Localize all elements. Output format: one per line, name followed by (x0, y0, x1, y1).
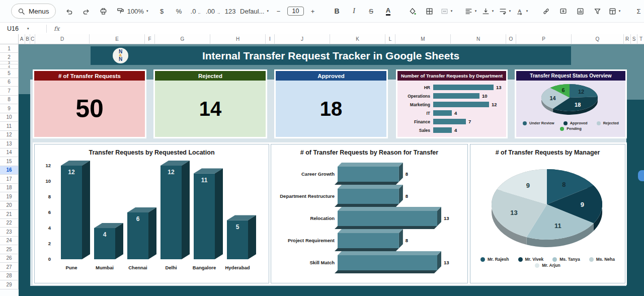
row-header-25[interactable]: 25 (0, 245, 19, 254)
font-size-input[interactable]: 10 (288, 4, 303, 18)
insert-comment-button[interactable] (556, 4, 571, 18)
row-header-12[interactable]: 12 (0, 131, 19, 140)
row-header-4[interactable]: 4 (0, 64, 19, 69)
legend-label: Mr. Vivek (525, 257, 544, 262)
column-header-C[interactable]: C (30, 34, 35, 44)
menus-button[interactable]: Menus (11, 4, 56, 19)
row-header-6[interactable]: 6 (0, 78, 19, 87)
column-header-G[interactable]: G (155, 34, 210, 44)
table-button[interactable]: ▾ (607, 4, 622, 18)
row-header-8[interactable]: 8 (0, 96, 19, 105)
row-header-1[interactable]: 1 (0, 44, 19, 53)
redo-button[interactable] (79, 4, 94, 18)
row-header-29[interactable]: 29 (0, 280, 19, 289)
row-header-7[interactable]: 7 (0, 87, 19, 96)
column-header-I[interactable]: I (266, 34, 275, 44)
chart-card-manager[interactable]: # of Transfer Requests by Manager8911139… (470, 144, 625, 283)
functions-button[interactable]: Σ (631, 4, 644, 18)
kpi-card-1[interactable]: # of Transfer Requests50 (34, 71, 145, 137)
chart-card-status[interactable]: Transfer Request Status Overview1218146U… (516, 71, 625, 137)
row-header-5[interactable]: 5 (0, 69, 19, 78)
column-header-Q[interactable]: Q (572, 34, 624, 44)
column-header-T[interactable]: T (637, 34, 644, 44)
legend-item: Mr. Arjun (535, 263, 560, 268)
decrease-decimals-button[interactable]: .0← (189, 4, 204, 18)
insert-chart-button[interactable] (573, 4, 588, 18)
sheet-canvas[interactable]: N & N Internal Transfer Request Tracker … (19, 44, 644, 296)
column-header-E[interactable]: E (90, 34, 145, 44)
chart-card-reason[interactable]: # of Transfer Requests by Reason for Tra… (271, 144, 468, 283)
row-header-10[interactable]: 10 (0, 113, 19, 122)
chart-card-department[interactable]: Number of Transfer Requests by Departmen… (397, 71, 506, 137)
column-header-L[interactable]: L (385, 34, 395, 44)
column-header-S[interactable]: S (631, 34, 637, 44)
column-header-F[interactable]: F (145, 34, 155, 44)
row-header-26[interactable]: 26 (0, 254, 19, 263)
row-header-20[interactable]: 20 (0, 201, 19, 210)
borders-button[interactable] (422, 4, 437, 18)
column-header-N[interactable]: N (451, 34, 506, 44)
row-header-23[interactable]: 23 (0, 228, 19, 237)
column-header-M[interactable]: M (395, 34, 451, 44)
vertical-align-button[interactable]: ▾ (480, 4, 496, 18)
cell-reference: U16 (7, 25, 19, 32)
chart-card-location[interactable]: Transfer Requests by Requested Location0… (34, 144, 269, 283)
row-header-28[interactable]: 28 (0, 272, 19, 281)
increase-font-size-button[interactable]: + (305, 4, 320, 18)
column-header-D[interactable]: D (35, 34, 90, 44)
side-panel-collapse-tab[interactable] (638, 170, 644, 181)
column-header-A[interactable]: A (19, 34, 25, 44)
column-header-O[interactable]: O (506, 34, 516, 44)
italic-button[interactable]: I (347, 4, 362, 18)
column-header-P[interactable]: P (516, 34, 572, 44)
print-button[interactable] (96, 4, 111, 18)
kpi-card-2[interactable]: Rejected14 (155, 71, 266, 137)
row-header-13[interactable]: 13 (0, 139, 19, 149)
grid-corner[interactable] (0, 34, 19, 44)
row-header-27[interactable]: 27 (0, 263, 19, 272)
horizontal-align-button[interactable]: ▾ (463, 4, 478, 18)
row-header-14[interactable]: 14 (0, 149, 19, 158)
text-color-button[interactable]: A (381, 4, 396, 18)
text-rotation-button[interactable]: A▾ (515, 4, 530, 18)
row-header-19[interactable]: 19 (0, 192, 19, 201)
row-header-18[interactable]: 18 (0, 184, 19, 193)
create-filter-button[interactable] (590, 4, 605, 18)
column-header-K[interactable]: K (330, 34, 385, 44)
decrease-font-size-button[interactable]: − (271, 4, 286, 18)
paint-format-button[interactable] (113, 4, 128, 18)
name-box[interactable]: U16 ▾ (0, 25, 43, 32)
percent-format-button[interactable]: % (172, 4, 187, 18)
zoom-select[interactable]: 100%▾ (130, 4, 145, 18)
strikethrough-button[interactable]: S (364, 4, 379, 18)
row-header-2[interactable]: 2 (0, 53, 19, 61)
text-wrap-button[interactable]: ▾ (498, 4, 513, 18)
row-header-21[interactable]: 21 (0, 210, 19, 219)
row-header-17[interactable]: 17 (0, 175, 19, 184)
merge-cells-button[interactable]: ▾ (439, 4, 454, 18)
more-formats-button[interactable]: 123 (223, 4, 238, 18)
row-header-16[interactable]: 16 (0, 166, 19, 175)
column-header-R[interactable]: R (624, 34, 631, 44)
arrow-icon: ← (197, 11, 201, 15)
font-select[interactable]: Defaul...▾ (247, 4, 262, 18)
kpi-card-3[interactable]: Approved18 (276, 71, 386, 137)
column-header-J[interactable]: J (275, 34, 330, 44)
column-header-B[interactable]: B (25, 34, 30, 44)
undo-button[interactable] (62, 4, 77, 18)
currency-format-button[interactable]: $ (154, 4, 170, 18)
svg-text:Relocation: Relocation (310, 215, 335, 221)
column-header-H[interactable]: H (210, 34, 266, 44)
row-header-11[interactable]: 11 (0, 122, 19, 131)
formula-input[interactable] (59, 23, 644, 35)
row-header-9[interactable]: 9 (0, 104, 19, 113)
row-header-24[interactable]: 24 (0, 237, 19, 246)
insert-link-button[interactable] (539, 4, 554, 18)
row-header-22[interactable]: 22 (0, 219, 19, 228)
bold-button[interactable]: B (330, 4, 345, 18)
fill-color-button[interactable] (405, 4, 420, 18)
svg-text:13: 13 (444, 260, 449, 265)
row-header-15[interactable]: 15 (0, 157, 19, 166)
chart-title: Transfer Requests by Requested Location (35, 144, 269, 156)
increase-decimals-button[interactable]: .00→ (206, 4, 221, 18)
